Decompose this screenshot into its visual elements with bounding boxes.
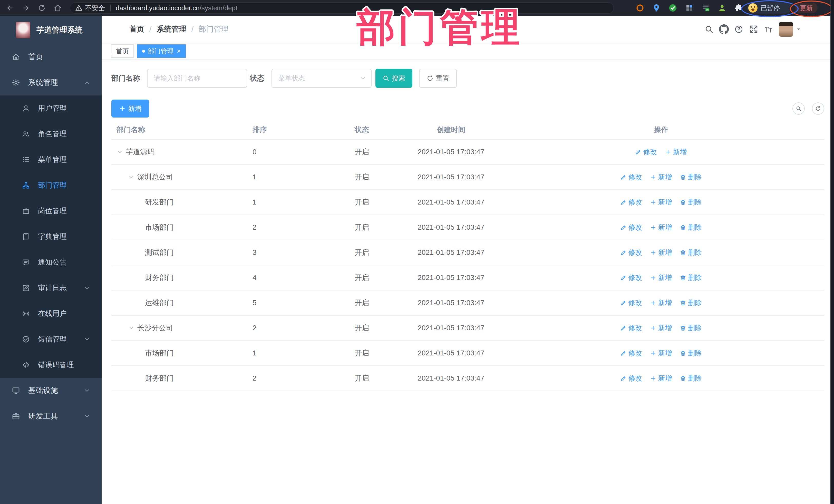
add-link[interactable]: 新增 bbox=[650, 273, 672, 282]
browser-menu-icon[interactable] bbox=[819, 2, 825, 14]
url-host[interactable]: dashboard.yudao.iocoder.cn bbox=[116, 4, 200, 12]
edit-link[interactable]: 修改 bbox=[620, 323, 642, 333]
delete-link[interactable]: 删除 bbox=[680, 323, 702, 333]
help-button[interactable] bbox=[731, 22, 746, 37]
sidebar-item-infra[interactable]: 基础设施 bbox=[0, 378, 102, 403]
edit-link[interactable]: 修改 bbox=[620, 198, 642, 207]
add-link[interactable]: 新增 bbox=[650, 374, 672, 383]
sidebar-item-errcode[interactable]: 错误码管理 bbox=[0, 352, 102, 378]
sidebar-item-dept[interactable]: 部门管理 bbox=[0, 172, 102, 198]
edit-link-label: 修改 bbox=[629, 349, 642, 358]
edit-link[interactable]: 修改 bbox=[620, 248, 642, 257]
edit-link[interactable]: 修改 bbox=[620, 223, 642, 232]
sidebar-item-role[interactable]: 角色管理 bbox=[0, 121, 102, 147]
profile-paused-chip[interactable]: 已暂停 bbox=[747, 2, 791, 14]
delete-link[interactable]: 删除 bbox=[680, 374, 702, 383]
tree-expand-icon[interactable] bbox=[128, 325, 135, 331]
forward-button[interactable] bbox=[18, 0, 34, 16]
status-cell: 开启 bbox=[346, 147, 404, 157]
sidebar-item-dict[interactable]: 字典管理 bbox=[0, 224, 102, 249]
edit-link-label: 修改 bbox=[629, 172, 642, 182]
tree-expand-icon[interactable] bbox=[116, 149, 123, 155]
delete-link[interactable]: 删除 bbox=[680, 349, 702, 358]
refresh-table-button[interactable] bbox=[812, 103, 824, 115]
delete-link[interactable]: 删除 bbox=[680, 273, 702, 282]
edit-link[interactable]: 修改 bbox=[620, 374, 642, 383]
delete-link[interactable]: 删除 bbox=[680, 198, 702, 207]
url-bar[interactable]: 不安全 dashboard.yudao.iocoder.cn/system/de… bbox=[70, 2, 614, 14]
sidebar-item-auditlog[interactable]: 审计日志 bbox=[0, 275, 102, 301]
tab-item[interactable]: 首页 bbox=[111, 44, 134, 58]
edit-link[interactable]: 修改 bbox=[620, 273, 642, 282]
add-link[interactable]: 新增 bbox=[650, 323, 672, 333]
delete-link[interactable]: 删除 bbox=[680, 298, 702, 307]
book-icon bbox=[22, 233, 30, 240]
search-button[interactable] bbox=[702, 22, 717, 37]
delete-link[interactable]: 删除 bbox=[680, 172, 702, 182]
font-size-button[interactable] bbox=[761, 22, 776, 37]
sidebar-item-system[interactable]: 系统管理 bbox=[0, 70, 102, 95]
add-link[interactable]: 新增 bbox=[650, 298, 672, 307]
add-link[interactable]: 新增 bbox=[650, 198, 672, 207]
grid-extension-icon[interactable] bbox=[681, 0, 698, 16]
plus-icon bbox=[650, 174, 656, 180]
fullscreen-button[interactable] bbox=[746, 22, 761, 37]
sidebar-item-menu[interactable]: 菜单管理 bbox=[0, 147, 102, 172]
delete-icon bbox=[680, 174, 686, 180]
user-avatar[interactable] bbox=[779, 22, 793, 37]
add-link[interactable]: 新增 bbox=[650, 172, 672, 182]
search-button[interactable]: 搜索 bbox=[375, 69, 412, 88]
sidebar-item-post[interactable]: 岗位管理 bbox=[0, 198, 102, 224]
sidebar-item-label: 岗位管理 bbox=[38, 206, 67, 216]
person-extension-icon[interactable] bbox=[714, 0, 730, 16]
extension-toolbar: on bbox=[632, 0, 747, 16]
home-icon bbox=[12, 53, 20, 61]
dept-name-input[interactable]: 请输入部门名称 bbox=[147, 69, 247, 88]
window-edge-scrollbar[interactable] bbox=[830, 0, 834, 504]
org-tree-icon bbox=[22, 181, 30, 189]
puzzle-extension-icon[interactable] bbox=[730, 0, 747, 16]
reset-button[interactable]: 重置 bbox=[419, 69, 457, 88]
sidebar-toggle-icon[interactable] bbox=[109, 24, 118, 34]
app-logo[interactable]: 芋道管理系统 bbox=[0, 16, 102, 44]
status-select[interactable]: 菜单状态 bbox=[271, 69, 372, 88]
tree-expand-icon[interactable] bbox=[128, 174, 135, 180]
bookmark-star-icon[interactable] bbox=[614, 3, 623, 13]
sidebar-item-notice[interactable]: 通知公告 bbox=[0, 249, 102, 275]
sidebar-item-user[interactable]: 用户管理 bbox=[0, 95, 102, 121]
sidebar-item-sms[interactable]: 短信管理 bbox=[0, 326, 102, 352]
delete-link[interactable]: 删除 bbox=[680, 223, 702, 232]
breadcrumb-item[interactable]: 系统管理 bbox=[156, 24, 186, 35]
tab-active[interactable]: 部门管理× bbox=[137, 44, 186, 58]
chrome-update-button[interactable]: 更新 bbox=[795, 3, 817, 13]
check-extension-icon[interactable] bbox=[665, 0, 681, 16]
sidebar-item-home[interactable]: 首页 bbox=[0, 44, 102, 70]
reload-button[interactable] bbox=[34, 0, 50, 16]
edit-link[interactable]: 修改 bbox=[620, 349, 642, 358]
close-icon[interactable]: × bbox=[177, 48, 181, 54]
delete-link[interactable]: 删除 bbox=[680, 248, 702, 257]
add-link[interactable]: 新增 bbox=[650, 349, 672, 358]
pin-extension-icon[interactable] bbox=[648, 0, 665, 16]
edit-link[interactable]: 修改 bbox=[620, 298, 642, 307]
edit-icon bbox=[620, 300, 627, 306]
add-link[interactable]: 新增 bbox=[665, 147, 687, 156]
table-row: 运维部门5开启2021-01-05 17:03:47修改新增删除 bbox=[111, 290, 824, 316]
edit-link[interactable]: 修改 bbox=[635, 147, 657, 156]
back-button[interactable] bbox=[2, 0, 18, 16]
edit-link[interactable]: 修改 bbox=[620, 172, 642, 182]
caret-down-icon[interactable] bbox=[795, 26, 802, 32]
add-link[interactable]: 新增 bbox=[650, 248, 672, 257]
breadcrumb-item[interactable]: 首页 bbox=[129, 24, 144, 35]
home-chrome-button[interactable] bbox=[50, 0, 66, 16]
sidebar-item-devtool[interactable]: 研发工具 bbox=[0, 403, 102, 429]
onpage-extension-icon[interactable]: on bbox=[698, 0, 714, 16]
add-link[interactable]: 新增 bbox=[650, 223, 672, 232]
github-button[interactable] bbox=[717, 22, 731, 37]
security-label[interactable]: 不安全 bbox=[85, 4, 105, 13]
main-area: 首页/系统管理/部门管理 首页部门管理× 部门名称 请输入部门名称 状态 菜单状… bbox=[102, 16, 834, 504]
sidebar-item-online[interactable]: 在线用户 bbox=[0, 301, 102, 326]
toggle-search-button[interactable] bbox=[792, 103, 805, 115]
orange-ring-extension-icon[interactable] bbox=[632, 0, 648, 16]
add-button[interactable]: 新增 bbox=[111, 100, 149, 117]
